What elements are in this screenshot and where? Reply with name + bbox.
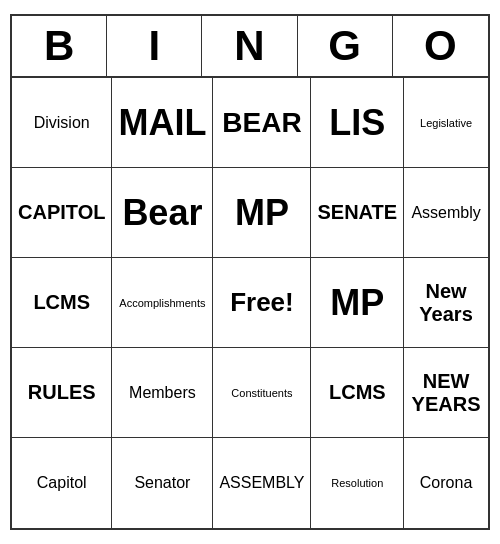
bingo-header: BINGO bbox=[12, 16, 488, 78]
bingo-cell: LCMS bbox=[12, 258, 112, 348]
bingo-cell: Division bbox=[12, 78, 112, 168]
bingo-cell: Capitol bbox=[12, 438, 112, 528]
bingo-cell: Senator bbox=[112, 438, 213, 528]
bingo-cell: CAPITOL bbox=[12, 168, 112, 258]
cell-label: New Years bbox=[410, 280, 482, 326]
cell-label: Bear bbox=[122, 192, 202, 234]
cell-label: ASSEMBLY bbox=[219, 474, 304, 492]
bingo-cell: MP bbox=[213, 168, 311, 258]
bingo-cell: New Years bbox=[404, 258, 488, 348]
cell-label: Members bbox=[129, 384, 196, 402]
cell-label: MAIL bbox=[118, 102, 206, 144]
cell-label: Legislative bbox=[420, 117, 472, 129]
bingo-cell: Corona bbox=[404, 438, 488, 528]
bingo-cell: Legislative bbox=[404, 78, 488, 168]
cell-label: Division bbox=[34, 114, 90, 132]
bingo-cell: Resolution bbox=[311, 438, 404, 528]
cell-label: CAPITOL bbox=[18, 201, 105, 224]
cell-label: BEAR bbox=[222, 107, 301, 139]
bingo-cell: Members bbox=[112, 348, 213, 438]
cell-label: Accomplishments bbox=[119, 297, 205, 309]
bingo-cell: RULES bbox=[12, 348, 112, 438]
bingo-cell: NEW YEARS bbox=[404, 348, 488, 438]
bingo-cell: MP bbox=[311, 258, 404, 348]
bingo-cell: BEAR bbox=[213, 78, 311, 168]
bingo-cell: Assembly bbox=[404, 168, 488, 258]
cell-label: LCMS bbox=[33, 291, 90, 314]
bingo-cell: ASSEMBLY bbox=[213, 438, 311, 528]
bingo-cell: Constituents bbox=[213, 348, 311, 438]
bingo-cell: Bear bbox=[112, 168, 213, 258]
cell-label: Free! bbox=[230, 287, 294, 318]
header-letter: I bbox=[107, 16, 202, 76]
bingo-cell: MAIL bbox=[112, 78, 213, 168]
bingo-cell: Free! bbox=[213, 258, 311, 348]
cell-label: Assembly bbox=[411, 204, 480, 222]
cell-label: SENATE bbox=[317, 201, 397, 224]
header-letter: G bbox=[298, 16, 393, 76]
cell-label: RULES bbox=[28, 381, 96, 404]
header-letter: B bbox=[12, 16, 107, 76]
bingo-cell: LIS bbox=[311, 78, 404, 168]
bingo-grid: DivisionMAILBEARLISLegislativeCAPITOLBea… bbox=[12, 78, 488, 528]
cell-label: Capitol bbox=[37, 474, 87, 492]
cell-label: Corona bbox=[420, 474, 472, 492]
header-letter: N bbox=[202, 16, 297, 76]
bingo-card: BINGO DivisionMAILBEARLISLegislativeCAPI… bbox=[10, 14, 490, 530]
cell-label: Constituents bbox=[231, 387, 292, 399]
cell-label: Resolution bbox=[331, 477, 383, 489]
cell-label: LIS bbox=[329, 102, 385, 144]
cell-label: MP bbox=[330, 282, 384, 324]
cell-label: MP bbox=[235, 192, 289, 234]
header-letter: O bbox=[393, 16, 488, 76]
cell-label: NEW YEARS bbox=[410, 370, 482, 416]
bingo-cell: LCMS bbox=[311, 348, 404, 438]
cell-label: Senator bbox=[134, 474, 190, 492]
cell-label: LCMS bbox=[329, 381, 386, 404]
bingo-cell: SENATE bbox=[311, 168, 404, 258]
bingo-cell: Accomplishments bbox=[112, 258, 213, 348]
